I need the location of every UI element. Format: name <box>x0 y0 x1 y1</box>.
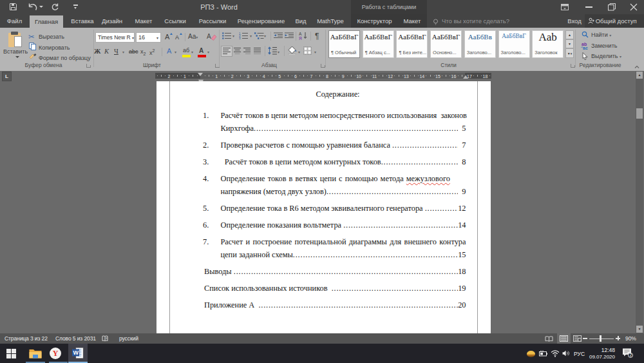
svg-text:2: 2 <box>630 353 632 357</box>
svg-text:W: W <box>73 349 79 356</box>
